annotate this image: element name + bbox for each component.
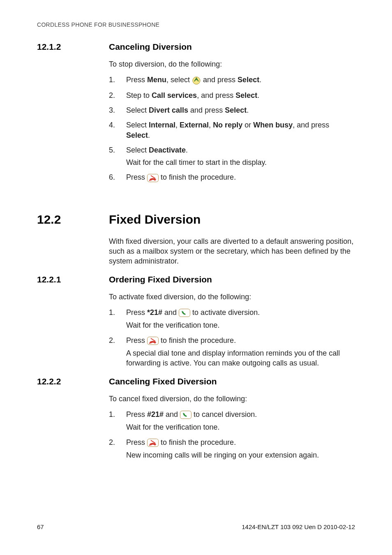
text-bold: No reply [213,121,242,129]
step-body: Press to finish the procedure. New incom… [126,437,355,460]
text: Select [126,106,149,114]
heading-number: 12.1.2 [37,42,109,52]
heading-12-2: 12.2 Fixed Diversion [37,213,355,227]
step-substep: Wait for the call timer to start in the … [126,157,355,167]
text: . [257,91,259,99]
text: Select [126,121,149,129]
paragraph: With fixed diversion, your calls are div… [109,236,355,266]
step-number: 3. [109,105,126,115]
list-item: 2. Press to finish the procedure. New in… [109,437,355,460]
heading-title: Fixed Diversion [109,213,201,227]
call-key-icon [179,308,190,317]
text: to cancel diversion. [191,410,257,419]
step-substep: New incoming calls will be ringing on yo… [126,450,355,460]
heading-title: Canceling Fixed Diversion [109,377,217,386]
steps-list: 1. Press #21# and to cancel diversion. W… [109,409,355,460]
step-body: Press to finish the procedure. A special… [126,335,355,368]
text-bold: When busy [253,121,293,129]
steps-list: 1. Press *21# and to activate diversion.… [109,308,355,368]
step-body: Press *21# and to activate diversion. Wa… [126,308,355,331]
heading-12-2-1: 12.2.1 Ordering Fixed Diversion [37,275,355,284]
text: and press [201,76,238,84]
step-number: 1. [109,75,126,85]
intro-text: To stop diversion, do the following: [109,59,355,69]
text: Press [126,410,147,419]
step-number: 1. [109,409,126,432]
text-bold: Select [126,131,148,139]
step-body: Press Menu, select and press Select. [126,75,355,85]
page-footer: 67 1424-EN/LZT 103 092 Uen D 2010-02-12 [37,523,355,530]
text: Press [126,438,147,446]
document-id: 1424-EN/LZT 103 092 Uen D 2010-02-12 [242,523,355,530]
heading-number: 12.2.2 [37,377,109,386]
text: Press [126,336,147,345]
text: , [175,121,180,129]
text: and [162,308,179,317]
heading-number: 12.2.1 [37,275,109,284]
list-item: 1. Press *21# and to activate diversion.… [109,308,355,331]
step-number: 2. [109,437,126,460]
text-bold: External [180,121,209,129]
text: . [148,131,150,139]
text: Step to [126,91,152,99]
heading-12-2-2: 12.2.2 Canceling Fixed Diversion [37,377,355,386]
step-substep: A special dial tone and display informat… [126,348,355,368]
step-body: Select Deactivate. Wait for the call tim… [126,145,355,168]
text-bold: Menu [147,76,166,84]
text-bold: #21# [147,410,164,419]
step-number: 1. [109,308,126,331]
text: Press [126,76,147,84]
step-number: 5. [109,145,126,168]
hangup-key-icon [147,437,159,447]
list-item: 5. Select Deactivate. Wait for the call … [109,145,355,168]
step-number: 2. [109,90,126,100]
list-item: 4. Select Internal, External, No reply o… [109,120,355,140]
page: CORDLESS PHONE FOR BUSINESSPHONE 12.1.2 … [0,0,392,555]
text: , [209,121,213,129]
text: to finish the procedure. [159,336,236,345]
text-bold: *21# [147,308,162,317]
text-bold: Deactivate [149,146,186,154]
running-header: CORDLESS PHONE FOR BUSINESSPHONE [37,21,355,28]
text-bold: Select [225,106,247,114]
text: to finish the procedure. [159,173,236,181]
step-number: 2. [109,335,126,368]
text-bold: Internal [149,121,175,129]
text: , select [166,76,192,84]
settings-icon [192,75,201,85]
list-item: 3. Select Divert calls and press Select. [109,105,355,115]
section-12-2-1-body: To activate fixed diversion, do the foll… [109,292,355,368]
text: and [164,410,180,419]
text: Press [126,173,147,181]
text-bold: Select [235,91,257,99]
steps-list: 1. Press Menu, select and press Select. … [109,75,355,183]
text: . [247,106,249,114]
text-bold: Divert calls [149,106,188,114]
text: to activate diversion. [190,308,260,317]
heading-title: Canceling Diversion [109,42,192,52]
text-bold: Select [238,76,259,84]
section-12-1-2-body: To stop diversion, do the following: 1. … [109,59,355,183]
text: . [259,76,261,84]
section-12-2-body: With fixed diversion, your calls are div… [109,236,355,266]
text: , and press [197,91,235,99]
step-body: Press to finish the procedure. [126,172,355,183]
text: . [186,146,188,154]
call-key-icon [180,409,191,419]
list-item: 2. Press to finish the procedure. A spec… [109,335,355,368]
list-item: 1. Press #21# and to cancel diversion. W… [109,409,355,432]
text: Select [126,146,149,154]
list-item: 6. Press to finish the procedure. [109,172,355,183]
step-number: 4. [109,120,126,140]
page-number: 67 [37,523,44,530]
heading-number: 12.2 [37,213,109,227]
text: to finish the procedure. [159,438,236,446]
text: , and press [293,121,329,129]
text: or [242,121,253,129]
intro-text: To activate fixed diversion, do the foll… [109,292,355,302]
hangup-key-icon [147,335,159,345]
section-12-2-2-body: To cancel fixed diversion, do the follow… [109,394,355,460]
step-body: Press #21# and to cancel diversion. Wait… [126,409,355,432]
step-substep: Wait for the verification tone. [126,422,355,432]
text: and press [188,106,225,114]
